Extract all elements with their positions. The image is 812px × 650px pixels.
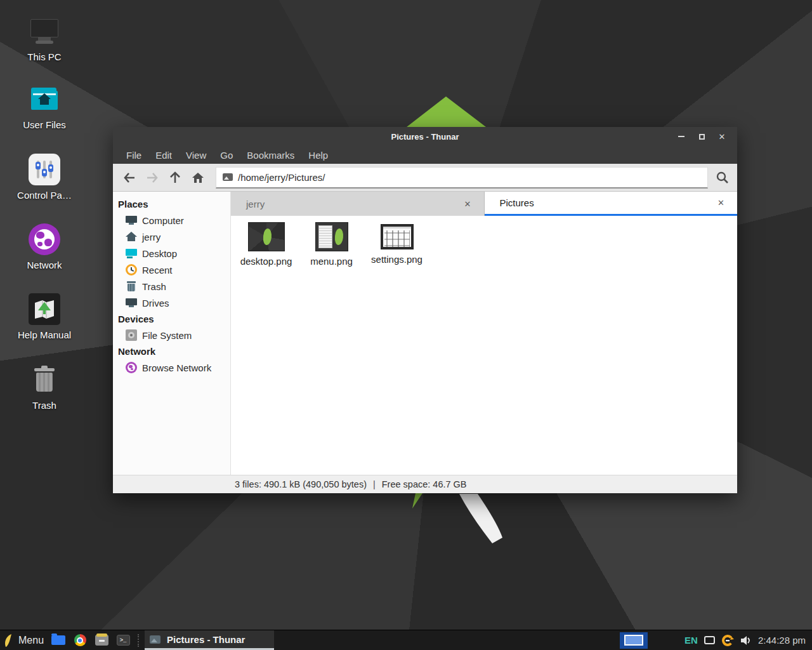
trash-can-icon — [29, 364, 60, 395]
sidebar-item-drives[interactable]: Drives — [113, 295, 230, 311]
sidebar-item-trash[interactable]: Trash — [113, 278, 230, 295]
desktop-icon-label: Network — [3, 260, 86, 270]
trash-icon — [126, 281, 137, 292]
clock[interactable]: 2:44:28 pm — [758, 635, 806, 646]
terminal-launcher[interactable]: >_ — [112, 630, 134, 650]
file-name: desktop.png — [233, 256, 299, 267]
sidebar-item-label: Computer — [142, 215, 184, 226]
tab-close-icon[interactable]: ✕ — [715, 196, 727, 210]
desktop-icon-label: User Files — [3, 119, 86, 130]
menu-view[interactable]: View — [179, 150, 213, 161]
task-label: Pictures - Thunar — [167, 634, 245, 645]
taskbar: Menu >_ Pictures - Thunar EN 2 — [0, 630, 812, 650]
sidebar-item-recent[interactable]: Recent — [113, 262, 230, 278]
sidebar: Places Computer jerry Desktop Recent Tra… — [113, 192, 231, 475]
desktop-icon-trash[interactable]: Trash — [3, 364, 86, 411]
forward-button[interactable] — [141, 167, 164, 189]
file-name: menu.png — [299, 256, 364, 267]
terminal-icon: >_ — [117, 635, 130, 646]
image-folder-icon — [223, 173, 233, 181]
status-separator: | — [373, 479, 376, 489]
sidebar-item-computer[interactable]: Computer — [113, 212, 230, 229]
desktop-icon-label: Trash — [3, 400, 86, 411]
maximize-button[interactable] — [691, 127, 712, 146]
desktop-icon-control-panel[interactable]: Control Pa… — [3, 154, 86, 201]
sidebar-section-devices: Devices — [113, 311, 230, 327]
window-titlebar[interactable]: Pictures - Thunar ✕ — [113, 127, 737, 146]
desktop-icon-help-manual[interactable]: Help Manual — [3, 293, 86, 340]
search-icon — [716, 171, 730, 185]
home-button[interactable] — [187, 167, 209, 189]
drives-icon — [126, 297, 137, 308]
window-title: Pictures - Thunar — [391, 132, 459, 142]
maximize-icon — [699, 134, 705, 140]
up-arrow-icon — [169, 171, 181, 185]
computer-icon — [126, 215, 137, 226]
chrome-launcher[interactable] — [69, 630, 91, 650]
sidebar-item-file-system[interactable]: File System — [113, 327, 230, 343]
recent-clock-icon — [126, 264, 137, 275]
menu-help[interactable]: Help — [301, 150, 335, 161]
file-list-view[interactable]: desktop.png menu.png settings.png — [231, 216, 737, 475]
menu-go[interactable]: Go — [213, 150, 240, 161]
toolbar: /home/jerry/Pictures/ — [113, 164, 737, 192]
sidebar-section-places: Places — [113, 196, 230, 212]
sidebar-item-label: Drives — [142, 298, 169, 308]
back-button[interactable] — [118, 167, 141, 189]
update-orange-icon — [721, 634, 734, 647]
display-tray-icon[interactable] — [704, 636, 715, 644]
speaker-icon — [740, 635, 752, 646]
sidebar-item-label: File System — [142, 330, 192, 341]
workspace-pager[interactable] — [620, 632, 648, 649]
desktop-icon — [126, 248, 137, 259]
sidebar-item-label: jerry — [142, 232, 160, 242]
sidebar-item-label: Desktop — [142, 248, 177, 259]
tab-close-icon[interactable]: ✕ — [462, 197, 474, 211]
thunar-window: Pictures - Thunar ✕ File Edit View Go Bo… — [113, 127, 737, 493]
home-icon — [126, 231, 137, 242]
menu-file[interactable]: File — [119, 150, 148, 161]
workspace-1[interactable] — [624, 635, 643, 646]
task-button-thunar[interactable]: Pictures - Thunar — [145, 630, 274, 650]
up-button[interactable] — [164, 167, 187, 189]
menu-label: Menu — [18, 635, 44, 646]
blue-folder-icon — [51, 635, 65, 645]
sidebar-item-desktop[interactable]: Desktop — [113, 245, 230, 262]
file-desktop-png[interactable]: desktop.png — [233, 221, 299, 267]
picture-window-icon — [150, 635, 160, 644]
help-manual-icon — [29, 293, 60, 325]
sidebar-item-label: Browse Network — [142, 362, 211, 373]
file-system-drive-icon — [126, 329, 137, 341]
tab-jerry[interactable]: jerry ✕ — [231, 192, 485, 216]
file-settings-png[interactable]: settings.png — [364, 221, 429, 265]
menu-edit[interactable]: Edit — [148, 150, 179, 161]
path-bar[interactable]: /home/jerry/Pictures/ — [216, 167, 708, 189]
tab-pictures[interactable]: Pictures ✕ — [485, 192, 738, 216]
search-button[interactable] — [709, 167, 736, 189]
file-menu-png[interactable]: menu.png — [299, 221, 364, 267]
file-thumbnail — [381, 224, 414, 249]
tab-label: jerry — [246, 199, 462, 209]
distro-feather-icon — [4, 633, 13, 647]
close-icon: ✕ — [719, 132, 726, 142]
desktop-icon-network[interactable]: Network — [3, 223, 86, 270]
network-globe-icon — [126, 362, 137, 373]
taskbar-separator — [138, 634, 143, 647]
desktop-icon-this-pc[interactable]: This PC — [3, 15, 86, 62]
tab-label: Pictures — [500, 197, 716, 208]
file-manager-launcher[interactable] — [48, 630, 69, 650]
archive-launcher[interactable] — [91, 630, 112, 650]
close-button[interactable]: ✕ — [712, 127, 732, 146]
menu-bookmarks[interactable]: Bookmarks — [240, 150, 301, 161]
sidebar-item-browse-network[interactable]: Browse Network — [113, 359, 230, 376]
start-menu-button[interactable]: Menu — [0, 630, 48, 650]
volume-tray-icon[interactable] — [740, 635, 752, 646]
file-thumbnail — [248, 222, 285, 251]
sidebar-item-jerry[interactable]: jerry — [113, 229, 230, 245]
this-pc-icon — [29, 15, 60, 47]
update-manager-tray-icon[interactable] — [721, 634, 734, 647]
keyboard-layout-indicator[interactable]: EN — [684, 635, 698, 646]
minimize-button[interactable] — [671, 127, 691, 146]
desktop-icon-user-files[interactable]: User Files — [3, 83, 86, 130]
sidebar-section-network: Network — [113, 343, 230, 359]
